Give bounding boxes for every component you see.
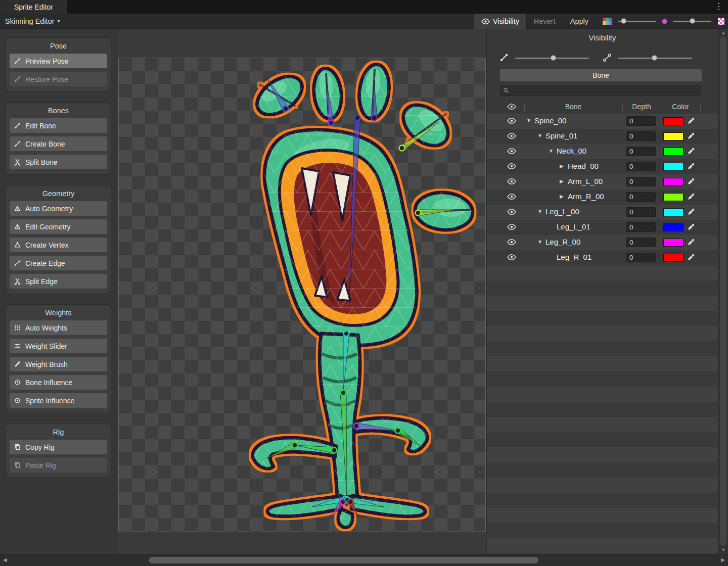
create-bone-button[interactable]: Create Bone — [10, 136, 107, 151]
kebab-menu-icon[interactable]: ⋮ — [714, 2, 723, 12]
bone-name[interactable]: Spine_01 — [545, 131, 577, 140]
depth-input[interactable] — [626, 192, 656, 202]
sprite-brightness-slider[interactable] — [618, 21, 656, 22]
create-vertex-button[interactable]: Create Vertex — [10, 238, 107, 252]
horizontal-scroll-thumb[interactable] — [149, 557, 538, 563]
bone-name[interactable]: Leg_R_00 — [545, 238, 580, 246]
visibility-eye-toggle[interactable] — [507, 132, 516, 142]
slider-knob[interactable] — [551, 55, 556, 61]
bone-color-swatch[interactable] — [663, 254, 684, 262]
bone-row[interactable]: ▼Spine_00 — [487, 114, 718, 129]
eyedropper-icon[interactable] — [687, 193, 695, 203]
depth-input[interactable] — [626, 116, 656, 126]
slider-knob[interactable] — [621, 18, 626, 24]
bone-row[interactable]: Leg_R_01 — [487, 250, 718, 265]
edit-bone-button[interactable]: Edit Bone — [10, 118, 107, 133]
expander-open-icon[interactable]: ▼ — [537, 133, 544, 138]
split-bone-button[interactable]: Split Bone — [10, 155, 107, 169]
visibility-eye-toggle[interactable] — [507, 163, 516, 172]
scroll-up-icon[interactable]: ▲ — [718, 30, 728, 35]
visibility-eye-toggle[interactable] — [507, 239, 516, 248]
visibility-eye-toggle[interactable] — [507, 193, 516, 202]
visibility-toggle-button[interactable]: Visibility — [474, 14, 526, 29]
weight-brush-button[interactable]: Weight Brush — [10, 357, 107, 371]
revert-button[interactable]: Revert — [526, 14, 563, 29]
bone-row[interactable]: ▶Arm_L_00 — [487, 174, 718, 190]
slider-knob[interactable] — [652, 55, 657, 61]
magenta-swatch-icon[interactable] — [661, 18, 668, 25]
bone-name[interactable]: Leg_R_01 — [557, 253, 592, 261]
visibility-eye-toggle[interactable] — [507, 178, 516, 187]
vertical-scrollbar[interactable]: ▲ ▼ — [718, 29, 728, 554]
bone-row[interactable]: ▶Head_00 — [487, 159, 718, 174]
visibility-eye-toggle[interactable] — [507, 223, 516, 232]
bone-color-swatch[interactable] — [663, 193, 684, 201]
skinning-editor-dropdown[interactable]: Skinning Editor ▾ — [0, 14, 65, 29]
bone-name[interactable]: Head_00 — [568, 162, 599, 170]
sprite-viewport[interactable] — [119, 58, 485, 532]
create-edge-button[interactable]: Create Edge — [10, 256, 107, 270]
expander-open-icon[interactable]: ▼ — [526, 118, 533, 123]
eyedropper-icon[interactable] — [687, 177, 695, 187]
bone-name[interactable]: Neck_00 — [557, 147, 586, 155]
auto-geometry-button[interactable]: Auto Geometry — [10, 201, 107, 216]
eyedropper-icon[interactable] — [687, 162, 695, 172]
bone-influence-button[interactable]: Bone Influence — [10, 375, 107, 390]
eyedropper-icon[interactable] — [687, 147, 695, 157]
search-field[interactable] — [500, 85, 701, 96]
split-edge-button[interactable]: Split Edge — [10, 274, 107, 289]
bone-name[interactable]: Arm_L_00 — [568, 177, 603, 185]
eyedropper-icon[interactable] — [687, 208, 695, 218]
bone-opacity-slider[interactable] — [515, 58, 589, 59]
color-palette-icon[interactable] — [603, 18, 612, 25]
copy-rig-button[interactable]: Copy Rig — [10, 440, 107, 454]
bone-name[interactable]: Arm_R_00 — [568, 192, 604, 201]
expander-closed-icon[interactable]: ▶ — [560, 194, 567, 199]
bone-name[interactable]: Leg_L_00 — [545, 207, 579, 216]
bone-color-swatch[interactable] — [663, 148, 684, 156]
bone-color-swatch[interactable] — [663, 223, 684, 231]
scroll-down-icon[interactable]: ▼ — [718, 547, 728, 552]
paste-rig-button[interactable]: Paste Rig — [10, 458, 107, 473]
bone-tab-button[interactable]: Bone — [500, 69, 702, 81]
bone-name[interactable]: Leg_L_01 — [557, 222, 590, 231]
scroll-left-icon[interactable]: ◀ — [3, 557, 7, 562]
depth-input[interactable] — [626, 253, 656, 262]
bone-row[interactable]: Leg_L_01 — [487, 220, 718, 235]
depth-input[interactable] — [626, 131, 656, 141]
depth-input[interactable] — [626, 207, 656, 217]
bone-name[interactable]: Spine_00 — [534, 116, 566, 125]
bone-row[interactable]: ▼Neck_00 — [487, 144, 718, 159]
canvas-area[interactable] — [118, 29, 486, 554]
auto-weights-button[interactable]: Auto Weights — [10, 320, 107, 335]
depth-input[interactable] — [626, 238, 656, 247]
weight-slider-button[interactable]: Weight Slider — [10, 339, 107, 353]
bone-color-swatch[interactable] — [663, 239, 684, 247]
horizontal-scrollbar[interactable]: ◀ ▶ — [0, 554, 728, 566]
bone-row[interactable]: ▼Leg_L_00 — [487, 205, 718, 220]
apply-button[interactable]: Apply — [563, 14, 596, 29]
preview-pose-button[interactable]: Preview Pose — [10, 54, 107, 68]
bone-row[interactable]: ▼Leg_R_00 — [487, 235, 718, 250]
overlay-opacity-slider[interactable] — [673, 21, 711, 22]
restore-pose-button[interactable]: Restore Pose — [10, 72, 107, 86]
sprite-influence-button[interactable]: Sprite Influence — [10, 393, 107, 408]
visibility-eye-toggle[interactable] — [507, 148, 516, 157]
slider-knob[interactable] — [690, 18, 695, 24]
depth-input[interactable] — [626, 147, 656, 156]
bone-color-swatch[interactable] — [663, 117, 684, 125]
expander-open-icon[interactable]: ▼ — [537, 239, 544, 245]
visibility-eye-toggle[interactable] — [507, 117, 516, 126]
visibility-eye-toggle[interactable] — [507, 208, 516, 217]
visibility-eye-toggle[interactable] — [507, 254, 516, 263]
eyedropper-icon[interactable] — [687, 117, 695, 127]
bone-color-swatch[interactable] — [663, 132, 684, 140]
expander-open-icon[interactable]: ▼ — [537, 209, 544, 214]
bone-color-swatch[interactable] — [663, 178, 684, 186]
bone-search-input[interactable] — [511, 86, 698, 95]
edit-geometry-button[interactable]: Edit Geometry — [10, 219, 107, 234]
sprite-opacity-slider[interactable] — [618, 58, 692, 59]
expander-closed-icon[interactable]: ▶ — [560, 163, 567, 169]
eyedropper-icon[interactable] — [687, 253, 695, 263]
header-eye-icon[interactable] — [507, 103, 516, 112]
